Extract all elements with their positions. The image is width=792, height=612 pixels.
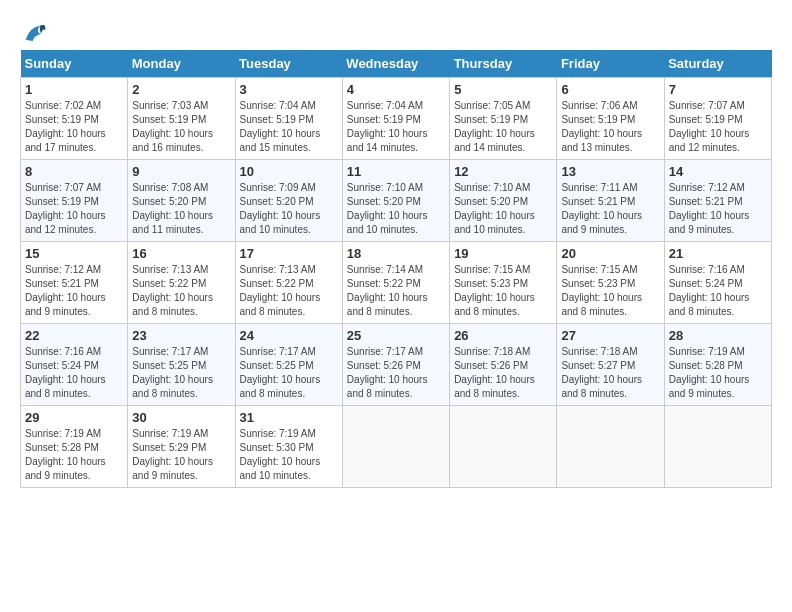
calendar-cell: 15Sunrise: 7:12 AMSunset: 5:21 PMDayligh… bbox=[21, 242, 128, 324]
day-number: 30 bbox=[132, 410, 230, 425]
logo-bird-icon bbox=[20, 20, 48, 44]
calendar-cell: 11Sunrise: 7:10 AMSunset: 5:20 PMDayligh… bbox=[342, 160, 449, 242]
calendar-cell: 18Sunrise: 7:14 AMSunset: 5:22 PMDayligh… bbox=[342, 242, 449, 324]
day-number: 23 bbox=[132, 328, 230, 343]
day-number: 1 bbox=[25, 82, 123, 97]
day-info: Sunrise: 7:06 AMSunset: 5:19 PMDaylight:… bbox=[561, 99, 659, 155]
day-number: 18 bbox=[347, 246, 445, 261]
calendar-table: SundayMondayTuesdayWednesdayThursdayFrid… bbox=[20, 50, 772, 488]
day-info: Sunrise: 7:03 AMSunset: 5:19 PMDaylight:… bbox=[132, 99, 230, 155]
calendar-cell: 7Sunrise: 7:07 AMSunset: 5:19 PMDaylight… bbox=[664, 78, 771, 160]
day-number: 26 bbox=[454, 328, 552, 343]
calendar-cell: 26Sunrise: 7:18 AMSunset: 5:26 PMDayligh… bbox=[450, 324, 557, 406]
calendar-cell: 6Sunrise: 7:06 AMSunset: 5:19 PMDaylight… bbox=[557, 78, 664, 160]
day-number: 8 bbox=[25, 164, 123, 179]
day-number: 3 bbox=[240, 82, 338, 97]
weekday-header-tuesday: Tuesday bbox=[235, 50, 342, 78]
day-info: Sunrise: 7:16 AMSunset: 5:24 PMDaylight:… bbox=[25, 345, 123, 401]
calendar-cell: 5Sunrise: 7:05 AMSunset: 5:19 PMDaylight… bbox=[450, 78, 557, 160]
day-number: 2 bbox=[132, 82, 230, 97]
calendar-cell: 12Sunrise: 7:10 AMSunset: 5:20 PMDayligh… bbox=[450, 160, 557, 242]
calendar-cell: 23Sunrise: 7:17 AMSunset: 5:25 PMDayligh… bbox=[128, 324, 235, 406]
day-number: 19 bbox=[454, 246, 552, 261]
day-info: Sunrise: 7:16 AMSunset: 5:24 PMDaylight:… bbox=[669, 263, 767, 319]
day-info: Sunrise: 7:18 AMSunset: 5:26 PMDaylight:… bbox=[454, 345, 552, 401]
calendar-week-row: 8Sunrise: 7:07 AMSunset: 5:19 PMDaylight… bbox=[21, 160, 772, 242]
day-info: Sunrise: 7:12 AMSunset: 5:21 PMDaylight:… bbox=[25, 263, 123, 319]
day-info: Sunrise: 7:10 AMSunset: 5:20 PMDaylight:… bbox=[454, 181, 552, 237]
calendar-cell: 4Sunrise: 7:04 AMSunset: 5:19 PMDaylight… bbox=[342, 78, 449, 160]
day-number: 16 bbox=[132, 246, 230, 261]
calendar-header-row: SundayMondayTuesdayWednesdayThursdayFrid… bbox=[21, 50, 772, 78]
day-number: 31 bbox=[240, 410, 338, 425]
day-info: Sunrise: 7:10 AMSunset: 5:20 PMDaylight:… bbox=[347, 181, 445, 237]
day-number: 14 bbox=[669, 164, 767, 179]
day-info: Sunrise: 7:17 AMSunset: 5:25 PMDaylight:… bbox=[240, 345, 338, 401]
day-number: 27 bbox=[561, 328, 659, 343]
weekday-header-friday: Friday bbox=[557, 50, 664, 78]
day-info: Sunrise: 7:15 AMSunset: 5:23 PMDaylight:… bbox=[561, 263, 659, 319]
calendar-cell: 25Sunrise: 7:17 AMSunset: 5:26 PMDayligh… bbox=[342, 324, 449, 406]
calendar-cell: 20Sunrise: 7:15 AMSunset: 5:23 PMDayligh… bbox=[557, 242, 664, 324]
day-info: Sunrise: 7:08 AMSunset: 5:20 PMDaylight:… bbox=[132, 181, 230, 237]
weekday-header-saturday: Saturday bbox=[664, 50, 771, 78]
day-info: Sunrise: 7:07 AMSunset: 5:19 PMDaylight:… bbox=[669, 99, 767, 155]
calendar-cell: 16Sunrise: 7:13 AMSunset: 5:22 PMDayligh… bbox=[128, 242, 235, 324]
page-header bbox=[20, 20, 772, 44]
day-number: 12 bbox=[454, 164, 552, 179]
day-info: Sunrise: 7:19 AMSunset: 5:28 PMDaylight:… bbox=[669, 345, 767, 401]
calendar-cell: 14Sunrise: 7:12 AMSunset: 5:21 PMDayligh… bbox=[664, 160, 771, 242]
day-info: Sunrise: 7:18 AMSunset: 5:27 PMDaylight:… bbox=[561, 345, 659, 401]
calendar-cell bbox=[450, 406, 557, 488]
calendar-cell: 29Sunrise: 7:19 AMSunset: 5:28 PMDayligh… bbox=[21, 406, 128, 488]
calendar-cell: 10Sunrise: 7:09 AMSunset: 5:20 PMDayligh… bbox=[235, 160, 342, 242]
calendar-cell: 28Sunrise: 7:19 AMSunset: 5:28 PMDayligh… bbox=[664, 324, 771, 406]
day-info: Sunrise: 7:05 AMSunset: 5:19 PMDaylight:… bbox=[454, 99, 552, 155]
weekday-header-sunday: Sunday bbox=[21, 50, 128, 78]
calendar-cell: 13Sunrise: 7:11 AMSunset: 5:21 PMDayligh… bbox=[557, 160, 664, 242]
calendar-cell: 2Sunrise: 7:03 AMSunset: 5:19 PMDaylight… bbox=[128, 78, 235, 160]
day-number: 24 bbox=[240, 328, 338, 343]
logo bbox=[20, 20, 52, 44]
day-number: 15 bbox=[25, 246, 123, 261]
calendar-cell: 30Sunrise: 7:19 AMSunset: 5:29 PMDayligh… bbox=[128, 406, 235, 488]
day-number: 7 bbox=[669, 82, 767, 97]
calendar-cell: 8Sunrise: 7:07 AMSunset: 5:19 PMDaylight… bbox=[21, 160, 128, 242]
day-info: Sunrise: 7:17 AMSunset: 5:25 PMDaylight:… bbox=[132, 345, 230, 401]
calendar-cell: 3Sunrise: 7:04 AMSunset: 5:19 PMDaylight… bbox=[235, 78, 342, 160]
calendar-cell: 22Sunrise: 7:16 AMSunset: 5:24 PMDayligh… bbox=[21, 324, 128, 406]
day-number: 20 bbox=[561, 246, 659, 261]
day-number: 28 bbox=[669, 328, 767, 343]
day-info: Sunrise: 7:04 AMSunset: 5:19 PMDaylight:… bbox=[347, 99, 445, 155]
calendar-cell: 27Sunrise: 7:18 AMSunset: 5:27 PMDayligh… bbox=[557, 324, 664, 406]
day-info: Sunrise: 7:19 AMSunset: 5:28 PMDaylight:… bbox=[25, 427, 123, 483]
day-number: 5 bbox=[454, 82, 552, 97]
day-info: Sunrise: 7:15 AMSunset: 5:23 PMDaylight:… bbox=[454, 263, 552, 319]
day-info: Sunrise: 7:07 AMSunset: 5:19 PMDaylight:… bbox=[25, 181, 123, 237]
day-info: Sunrise: 7:02 AMSunset: 5:19 PMDaylight:… bbox=[25, 99, 123, 155]
calendar-week-row: 29Sunrise: 7:19 AMSunset: 5:28 PMDayligh… bbox=[21, 406, 772, 488]
day-number: 21 bbox=[669, 246, 767, 261]
day-number: 6 bbox=[561, 82, 659, 97]
day-number: 10 bbox=[240, 164, 338, 179]
weekday-header-monday: Monday bbox=[128, 50, 235, 78]
day-info: Sunrise: 7:09 AMSunset: 5:20 PMDaylight:… bbox=[240, 181, 338, 237]
calendar-cell: 31Sunrise: 7:19 AMSunset: 5:30 PMDayligh… bbox=[235, 406, 342, 488]
calendar-cell bbox=[342, 406, 449, 488]
day-info: Sunrise: 7:19 AMSunset: 5:30 PMDaylight:… bbox=[240, 427, 338, 483]
day-number: 11 bbox=[347, 164, 445, 179]
calendar-cell bbox=[557, 406, 664, 488]
calendar-week-row: 15Sunrise: 7:12 AMSunset: 5:21 PMDayligh… bbox=[21, 242, 772, 324]
calendar-cell: 24Sunrise: 7:17 AMSunset: 5:25 PMDayligh… bbox=[235, 324, 342, 406]
day-info: Sunrise: 7:04 AMSunset: 5:19 PMDaylight:… bbox=[240, 99, 338, 155]
calendar-cell: 9Sunrise: 7:08 AMSunset: 5:20 PMDaylight… bbox=[128, 160, 235, 242]
day-number: 25 bbox=[347, 328, 445, 343]
day-info: Sunrise: 7:12 AMSunset: 5:21 PMDaylight:… bbox=[669, 181, 767, 237]
day-info: Sunrise: 7:19 AMSunset: 5:29 PMDaylight:… bbox=[132, 427, 230, 483]
day-info: Sunrise: 7:11 AMSunset: 5:21 PMDaylight:… bbox=[561, 181, 659, 237]
day-number: 4 bbox=[347, 82, 445, 97]
calendar-week-row: 22Sunrise: 7:16 AMSunset: 5:24 PMDayligh… bbox=[21, 324, 772, 406]
calendar-cell: 1Sunrise: 7:02 AMSunset: 5:19 PMDaylight… bbox=[21, 78, 128, 160]
calendar-cell bbox=[664, 406, 771, 488]
calendar-week-row: 1Sunrise: 7:02 AMSunset: 5:19 PMDaylight… bbox=[21, 78, 772, 160]
